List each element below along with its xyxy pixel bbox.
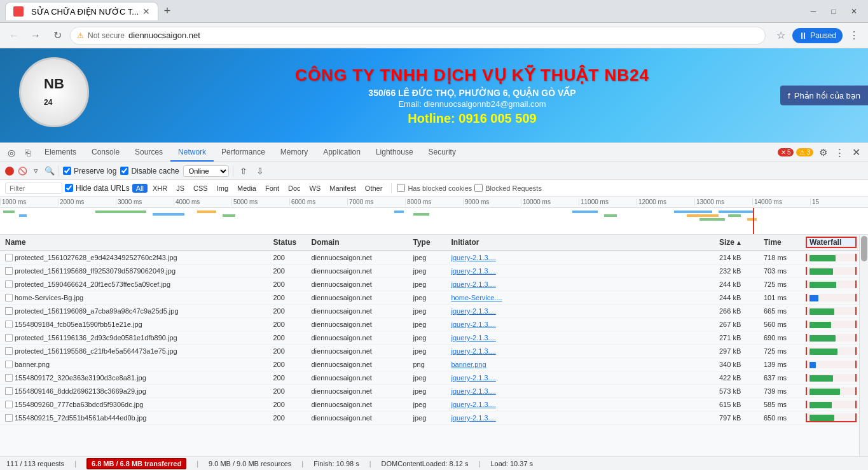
filter-input[interactable] (5, 183, 62, 194)
disable-cache-label[interactable]: Disable cache (120, 167, 179, 176)
filter-img-button[interactable]: Img (213, 184, 232, 193)
file-icon (5, 321, 13, 328)
size-label: Size (719, 238, 734, 247)
tab-security[interactable]: Security (421, 143, 464, 162)
filter-all-button[interactable]: All (132, 184, 148, 193)
tab-close-button[interactable]: ✕ (142, 6, 150, 17)
lock-icon: ⚠ (77, 31, 84, 40)
preserve-log-checkbox[interactable] (63, 167, 71, 175)
inspect-element-button[interactable]: ◎ (5, 146, 18, 159)
filter-css-button[interactable]: CSS (189, 184, 212, 193)
timeline-area: 1000 ms 2000 ms 3000 ms 4000 ms 5000 ms … (0, 197, 868, 235)
tab-network[interactable]: Network (170, 143, 214, 162)
more-button[interactable]: ⋮ (845, 27, 863, 45)
table-row[interactable]: 1554809260_777cba63bdcd5f9306dc.jpg 200 … (0, 398, 859, 411)
table-row[interactable]: 1554809184_fcb05ea1590fbb51e21e.jpg 200 … (0, 318, 859, 331)
tab-performance[interactable]: Performance (214, 143, 273, 162)
tab-sources[interactable]: Sources (127, 143, 170, 162)
clear-button[interactable]: 🚫 (18, 167, 27, 176)
table-row[interactable]: 1554809146_8ddd26962138c3669a29.jpg 200 … (0, 385, 859, 398)
svg-rect-13 (719, 211, 738, 213)
maximize-button[interactable]: □ (825, 3, 843, 20)
network-table[interactable]: protected_1561027628_e9d424349252760c2f4… (0, 251, 859, 456)
table-row[interactable]: 1554809172_320e363e3190d3ce8a81.jpg 200 … (0, 371, 859, 385)
minimize-button[interactable]: ─ (804, 3, 822, 20)
url-bar[interactable]: ⚠ Not secure diennuocsaigon.net (70, 27, 766, 45)
blocked-requests-label[interactable]: Blocked Requests (474, 184, 542, 192)
preserve-log-text: Preserve log (74, 167, 116, 176)
devtools-menu-button[interactable]: ⋮ (832, 146, 846, 160)
filter-button[interactable]: ▿ (31, 166, 41, 176)
hide-data-urls-checkbox[interactable] (65, 184, 73, 192)
svg-rect-3 (153, 213, 184, 216)
filter-font-button[interactable]: Font (261, 184, 283, 193)
filter-media-button[interactable]: Media (233, 184, 260, 193)
reload-button[interactable]: ↻ (48, 27, 66, 45)
table-row[interactable]: home-Services-Bg.jpg 200 diennuocsaigon.… (0, 291, 859, 305)
paused-button[interactable]: ⏸ Paused (792, 28, 843, 43)
warning-count-badge: ⚠ 3 (796, 148, 813, 156)
devtools-settings-button[interactable]: ⚙ (816, 146, 830, 160)
svg-rect-9 (604, 214, 617, 217)
scroll-thumb[interactable] (861, 236, 867, 261)
load-time: Load: 10.37 s (490, 460, 533, 467)
tab-memory[interactable]: Memory (273, 143, 315, 162)
svg-rect-6 (394, 211, 404, 213)
table-row[interactable]: protected_1561195689_ff9253079d587906204… (0, 265, 859, 278)
file-icon (5, 267, 13, 275)
table-row[interactable]: protected_1561027628_e9d424349252760c2f4… (0, 251, 859, 265)
status-separator-5: | (479, 460, 481, 467)
devtools-left-icons: ◎ ⎗ (5, 146, 34, 159)
timeline-ruler: 1000 ms 2000 ms 3000 ms 4000 ms 5000 ms … (0, 197, 868, 208)
table-row[interactable]: protected_1590466624_20f1ec573ffec5a09ce… (0, 278, 859, 291)
has-blocked-cookies-label[interactable]: Has blocked cookies (397, 184, 472, 192)
feedback-button[interactable]: f Phản hồi của bạn (780, 86, 868, 106)
device-toolbar-button[interactable]: ⎗ (22, 146, 34, 159)
has-blocked-cookies-checkbox[interactable] (397, 184, 405, 192)
svg-rect-4 (197, 211, 216, 213)
scrollbar[interactable] (859, 235, 868, 456)
filter-xhr-button[interactable]: XHR (149, 184, 171, 193)
table-row[interactable]: banner.png 200 diennuocsaigon.net png ba… (0, 358, 859, 371)
row-name-cell: protected_1561196136_2d93c9de0581e1dfb89… (3, 334, 271, 342)
new-tab-button[interactable]: + (158, 3, 176, 20)
blocked-requests-checkbox[interactable] (474, 184, 483, 192)
tab-console[interactable]: Console (84, 143, 127, 162)
devtools-close-button[interactable]: ✕ (849, 146, 863, 160)
preserve-log-label[interactable]: Preserve log (63, 167, 116, 176)
back-button[interactable]: ← (5, 27, 23, 45)
search-button[interactable]: 🔍 (45, 166, 55, 176)
filter-js-button[interactable]: JS (172, 184, 188, 193)
record-button[interactable] (5, 167, 14, 176)
bookmark-button[interactable]: ☆ (772, 27, 790, 45)
close-button[interactable]: ✕ (845, 3, 863, 20)
ruler-mark-3000: 3000 ms (116, 198, 174, 205)
has-blocked-cookies-text: Has blocked cookies (408, 184, 472, 192)
export-button[interactable]: ⇩ (254, 165, 266, 177)
filter-doc-button[interactable]: Doc (284, 184, 305, 193)
disable-cache-checkbox[interactable] (120, 167, 128, 175)
warning-count: 3 (806, 149, 810, 156)
tab-application[interactable]: Application (315, 143, 368, 162)
table-row[interactable]: protected_1561195586_c21fb4e5a564473a1e7… (0, 345, 859, 358)
tab-lighthouse[interactable]: Lighthouse (368, 143, 421, 162)
table-row[interactable]: protected_1561196089_a7cba99a98c47c9a25d… (0, 305, 859, 318)
filter-ws-button[interactable]: WS (306, 184, 325, 193)
tab-title: SỬA CHỮA ĐIỆN NƯỚC T... (31, 7, 139, 17)
browser-tab[interactable]: SỬA CHỮA ĐIỆN NƯỚC T... ✕ (5, 2, 158, 20)
filter-manifest-button[interactable]: Manifest (326, 184, 360, 193)
import-button[interactable]: ⇧ (237, 165, 250, 177)
svg-rect-10 (674, 211, 712, 213)
filter-other-button[interactable]: Other (361, 184, 387, 193)
ruler-mark-7000: 7000 ms (347, 198, 405, 205)
blocked-requests-text: Blocked Requests (485, 184, 542, 192)
url-text: diennuocsaigon.net (128, 31, 200, 40)
tab-elements[interactable]: Elements (37, 143, 84, 162)
row-name-cell: protected_1561195689_ff9253079d587906204… (3, 267, 271, 275)
hide-data-urls-label[interactable]: Hide data URLs (65, 184, 130, 193)
forward-button[interactable]: → (27, 27, 45, 45)
table-row[interactable]: 1554809215_72d551b4561ab444ed0b.jpg 200 … (0, 411, 859, 425)
table-row[interactable]: protected_1561196136_2d93c9de0581e1dfb89… (0, 331, 859, 345)
col-size: Size ▲ (717, 238, 761, 247)
throttling-select[interactable]: Online Fast 3G Slow 3G Offline (183, 165, 229, 177)
